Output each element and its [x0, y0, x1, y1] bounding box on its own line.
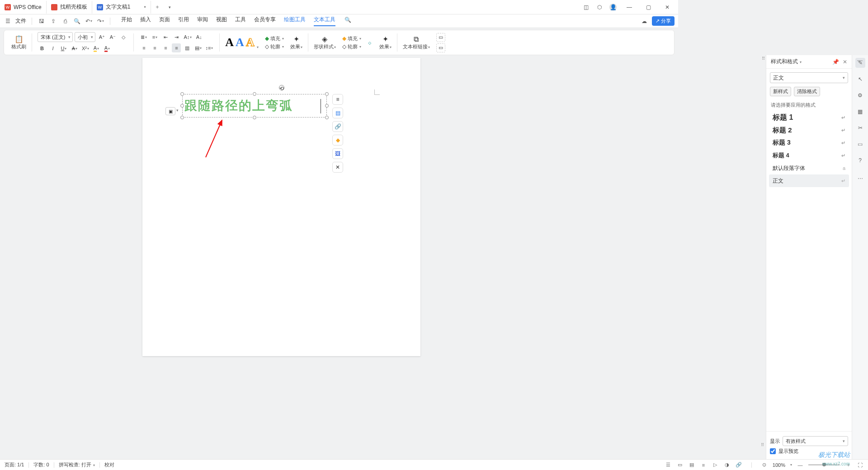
text-direction-button[interactable]: A↕▾: [183, 33, 193, 42]
align-left-button[interactable]: ≡: [139, 43, 148, 52]
textbox-link-button[interactable]: ⧉ 文本框链接▾: [399, 30, 434, 55]
print-icon[interactable]: ⎙: [61, 17, 69, 25]
tab-start[interactable]: 开始: [121, 16, 132, 26]
app-tab: W WPS Office: [0, 1, 47, 14]
format-painter-icon: 📋: [14, 35, 24, 43]
shape-style-button[interactable]: ◈ 形状样式▾: [310, 30, 340, 55]
hamburger-icon[interactable]: ☰: [4, 17, 12, 25]
tab-review[interactable]: 审阅: [197, 16, 208, 26]
preview-icon[interactable]: 🔍: [73, 17, 81, 25]
floating-toolbar: ≡ ▤ 🔗 ◆ 🖼 ✕: [332, 94, 343, 173]
layout-options-button[interactable]: ▣: [165, 107, 175, 115]
new-tab-button[interactable]: ＋: [151, 3, 164, 11]
tab-menu-button[interactable]: ▾: [164, 5, 176, 9]
wordart-style-3[interactable]: A: [246, 36, 255, 49]
font-size-select[interactable]: 小初: [75, 32, 95, 42]
number-list-button[interactable]: ≡▾: [150, 33, 159, 42]
layout-options-caret[interactable]: ▾: [176, 108, 179, 113]
wordart-style-2[interactable]: A: [236, 36, 244, 49]
redo-icon[interactable]: ↷▾: [96, 17, 104, 25]
rotate-handle[interactable]: ⟲: [279, 85, 284, 90]
user-avatar-icon[interactable]: 👤: [609, 4, 617, 11]
superscript-button[interactable]: X²▾: [81, 44, 90, 53]
undo-icon[interactable]: ↶▾: [85, 17, 93, 25]
tab-text-tools[interactable]: 文本工具: [314, 16, 335, 26]
tab-view[interactable]: 视图: [216, 16, 227, 26]
titlebar: W WPS Office 找稻壳模板 W 文字文稿1 • ＋ ▾ ◫ ⬡ 👤 —…: [0, 0, 678, 14]
page: ⟲ ▣ ▾ 跟随路径的上弯弧 ≡ ▤: [142, 58, 420, 356]
tab-tools[interactable]: 工具: [235, 16, 246, 26]
line-spacing-button[interactable]: ↕≡▾: [204, 43, 214, 52]
font-color-button[interactable]: A▾: [103, 44, 112, 53]
align-center-button[interactable]: ≡: [150, 43, 159, 52]
wordart-text[interactable]: 跟随路径的上弯弧: [183, 94, 326, 117]
text-fill-button[interactable]: ◆填充▾: [265, 35, 284, 42]
tab-modified-icon[interactable]: •: [144, 4, 146, 10]
float-link-icon[interactable]: 🔗: [332, 121, 343, 132]
wordart-styles[interactable]: A A A ▾: [225, 36, 258, 49]
decrease-indent-button[interactable]: ⇤: [161, 33, 170, 42]
template-icon: [51, 4, 57, 10]
increase-font-icon[interactable]: A⁺: [97, 33, 106, 42]
distribute-button[interactable]: ▥: [183, 43, 192, 52]
text-effect-button[interactable]: ✦ 效果▾: [287, 30, 306, 55]
tab-template[interactable]: 找稻壳模板: [47, 1, 92, 14]
float-layout-icon[interactable]: ≡: [332, 94, 343, 105]
tab-document[interactable]: W 文字文稿1 •: [92, 1, 151, 14]
doc-icon: W: [97, 4, 103, 10]
strike-button[interactable]: A▾: [70, 44, 79, 53]
ribbon: 📋 格式刷 宋体 (正文) 小初 A⁺ A⁻ ◇ B I U▾ A▾ X²▾ A…: [4, 30, 675, 55]
export-icon[interactable]: ⇪: [49, 17, 57, 25]
bullet-list-button[interactable]: ≣▾: [139, 33, 148, 42]
decrease-font-icon[interactable]: A⁻: [108, 33, 117, 42]
align-right-button[interactable]: ≡: [161, 43, 170, 52]
format-painter-group[interactable]: 📋 格式刷: [8, 30, 30, 55]
cloud-icon[interactable]: ☁: [640, 17, 648, 25]
minimize-button[interactable]: —: [623, 1, 636, 14]
float-wrap-icon[interactable]: ▤: [332, 108, 343, 118]
sort-button[interactable]: A↓: [194, 33, 203, 42]
document-canvas[interactable]: ⠿ ⟲ ▣ ▾ 跟随路径的上弯弧: [0, 55, 678, 367]
tab-reference[interactable]: 引用: [178, 16, 189, 26]
tab-label: 找稻壳模板: [60, 3, 87, 11]
wps-logo-icon: W: [5, 4, 11, 10]
columns-button[interactable]: ▤▾: [193, 43, 203, 52]
text-cursor: [321, 99, 321, 113]
file-menu[interactable]: 文件: [15, 17, 26, 25]
search-icon[interactable]: 🔍: [344, 16, 352, 24]
link-next-button[interactable]: ▭: [436, 43, 445, 52]
font-name-select[interactable]: 宋体 (正文): [38, 32, 73, 42]
shape-effect-button[interactable]: ✦ 效果▾: [376, 30, 395, 55]
tab-draw-tools[interactable]: 绘图工具: [284, 16, 306, 26]
break-link-button[interactable]: ▭: [436, 33, 445, 42]
wordart-textbox[interactable]: ▣ ▾ 跟随路径的上弯弧: [182, 94, 327, 118]
text-outline-button[interactable]: ◇轮廓▾: [265, 43, 284, 50]
italic-button[interactable]: I: [48, 44, 57, 53]
close-button[interactable]: ✕: [661, 1, 674, 14]
shape-outline-button[interactable]: ◇轮廓▾: [342, 43, 361, 50]
float-tools-icon[interactable]: ✕: [332, 162, 343, 173]
highlight-button[interactable]: A▾: [92, 44, 101, 53]
wordart-style-1[interactable]: A: [225, 36, 234, 49]
align-justify-button[interactable]: ≡: [172, 43, 181, 52]
tab-insert[interactable]: 插入: [140, 16, 151, 26]
share-button[interactable]: ↗ 分享: [652, 16, 675, 26]
clear-format-icon[interactable]: ◇: [119, 33, 128, 42]
save-icon[interactable]: 🖫: [38, 17, 46, 25]
shape-fill-button[interactable]: ◆填充▾: [342, 35, 361, 42]
svg-line-0: [206, 120, 222, 157]
increase-indent-button[interactable]: ⇥: [172, 33, 181, 42]
float-image-icon[interactable]: 🖼: [332, 148, 343, 159]
annotation-arrow-icon: [201, 117, 228, 162]
maximize-button[interactable]: ▢: [642, 1, 655, 14]
shape-3d-button[interactable]: ⬦: [364, 30, 376, 55]
format-painter-label: 格式刷: [11, 43, 26, 50]
underline-button[interactable]: U▾: [59, 44, 68, 53]
tab-page[interactable]: 页面: [159, 16, 170, 26]
tab-member[interactable]: 会员专享: [254, 16, 276, 26]
sidebar-toggle-icon[interactable]: ◫: [582, 4, 590, 11]
bold-button[interactable]: B: [38, 44, 47, 53]
tab-label: 文字文稿1: [106, 3, 131, 11]
cube-icon[interactable]: ⬡: [596, 4, 603, 11]
float-fill-icon[interactable]: ◆: [332, 135, 343, 146]
